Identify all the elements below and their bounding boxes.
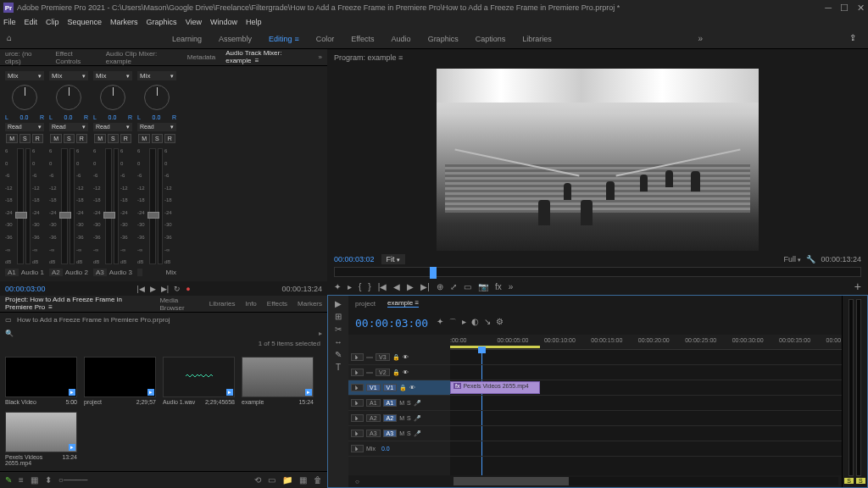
icon-view-icon[interactable]: ▦ [31,475,38,485]
full-dropdown[interactable]: Full ▾ [783,255,801,263]
s-button[interactable]: S [152,134,163,143]
automation-mode[interactable]: Read ▾ [93,123,132,131]
work-area-bar[interactable] [450,346,540,348]
track-header-a2[interactable]: ⏵ A2 A2 M S 🎤 [348,411,450,426]
pan-knob[interactable] [12,85,37,110]
r-button[interactable]: R [120,134,131,143]
timeline-ruler[interactable]: :00:0000:00:05:0000:00:10:0000:00:15:000… [450,335,842,350]
record-button[interactable]: ● [186,285,190,293]
program-btn-5[interactable]: ◀ [393,282,400,291]
tab-info[interactable]: Info [245,298,256,309]
find-icon[interactable]: ▦ [299,475,307,485]
menu-edit[interactable]: Edit [25,18,38,26]
tab-example-seq[interactable]: example ≡ [387,299,419,308]
home-icon[interactable]: ⌂ [7,33,19,45]
close-button[interactable]: ✕ [857,3,865,14]
project-item[interactable]: ▸Pexels Videos 2655.mp413:24 [5,412,77,466]
program-btn-13[interactable]: » [509,282,514,291]
track-lane-v1[interactable]: fxPexels Videos 2655.mp4 [450,380,842,396]
tl-icon-0[interactable]: ✦ [437,317,443,329]
track-header-v3[interactable]: ⏵ V3 🔒 👁 [348,350,450,365]
tab-audio-clip-mixer[interactable]: Audio Clip Mixer: example [106,48,177,67]
m-button[interactable]: M [50,134,62,143]
maximize-button[interactable]: ☐ [840,3,849,14]
pan-knob[interactable] [100,85,125,110]
tab-program[interactable]: Program: example ≡ [334,53,403,62]
loop-button[interactable]: ↻ [174,285,181,293]
goto-in-button[interactable]: |◀ [136,285,144,293]
tool-5[interactable]: T [336,363,341,372]
track-header-mix[interactable]: ⏵ Mix 0.0 [348,441,450,457]
workspace-graphics[interactable]: Graphics [428,35,459,43]
program-btn-2[interactable]: { [359,282,361,291]
fit-dropdown[interactable]: Fit ▾ [381,254,406,264]
clip[interactable]: fxPexels Videos 2655.mp4 [450,381,540,394]
m-button[interactable]: M [6,134,18,143]
filter-icon[interactable]: ▸ [319,330,322,337]
track-header-a3[interactable]: ⏵ A3 A3 M S 🎤 [348,426,450,441]
tool-1[interactable]: ⊞ [335,312,342,321]
track-lane-a2[interactable] [450,411,842,426]
project-item[interactable]: ▸example15:24 [242,357,314,405]
track-lane-mix[interactable] [450,441,842,457]
track-header-v1[interactable]: ⏵ V1 V1 🔒 👁 [348,380,450,396]
track-lane-a3[interactable] [450,426,842,441]
program-btn-10[interactable]: ▭ [464,282,471,291]
tl-icon-1[interactable]: ⌒ [448,317,457,329]
workspace-audio[interactable]: Audio [392,35,411,43]
program-btn-8[interactable]: ⊕ [437,282,443,291]
tab-effect-controls[interactable]: Effect Controls [55,48,95,67]
workspace-editing[interactable]: Editing ≡ [269,35,299,43]
pan-knob[interactable] [56,85,81,110]
tab-effects[interactable]: Effects [267,298,287,309]
play-button[interactable]: ▶ [150,285,156,293]
s-button[interactable]: S [19,134,31,143]
menu-graphics[interactable]: Graphics [147,18,177,26]
workspace-color[interactable]: Color [316,35,335,43]
workspace-effects[interactable]: Effects [351,35,374,43]
tab-media-browser[interactable]: Media Browser [159,295,198,313]
list-view-icon[interactable]: ≡ [19,475,24,485]
program-btn-11[interactable]: 📷 [478,282,488,291]
tool-0[interactable]: ▶ [335,299,342,308]
tl-icon-3[interactable]: ◐ [471,317,479,329]
timeline-zoom[interactable]: ○ [348,478,450,485]
tab-source[interactable]: urce: (no clips) [5,48,45,67]
s-button[interactable]: S [108,134,119,143]
menu-view[interactable]: View [186,18,202,26]
minimize-button[interactable]: ─ [825,3,832,14]
wrench-icon[interactable]: 🔧 [806,255,815,263]
tl-icon-5[interactable]: ⚙ [496,317,504,329]
tab-project-seq[interactable]: project [355,300,376,308]
r-button[interactable]: R [32,134,43,143]
solo-left[interactable]: S [844,478,854,484]
workspace-captions[interactable]: Captions [476,35,506,43]
m-button[interactable]: M [138,134,150,143]
menu-clip[interactable]: Clip [46,18,59,26]
workspace-learning[interactable]: Learning [172,35,202,43]
menu-file[interactable]: File [3,18,16,26]
m-button[interactable]: M [94,134,106,143]
track-header-a1[interactable]: ⏵ A1 A1 M S 🎤 [348,396,450,411]
timeline-tc[interactable]: 00:00:03:00 [355,317,428,330]
fader[interactable] [105,148,112,264]
pan-knob[interactable] [144,85,170,110]
track-header-v2[interactable]: ⏵ V2 🔒 👁 [348,365,450,380]
menu-help[interactable]: Help [246,18,262,26]
track-lane-v2[interactable] [450,365,842,380]
track-lane-a1[interactable] [450,396,842,411]
program-btn-6[interactable]: ▶ [407,282,414,291]
tab-metadata[interactable]: Metadata [187,52,215,63]
tab-audio-track-mixer[interactable]: Audio Track Mixer: example ≡ [225,47,308,67]
overflow-icon[interactable]: » [698,34,704,43]
freeform-icon[interactable]: ✎ [5,475,12,485]
timeline-scrollbar[interactable] [453,477,838,485]
fader[interactable] [149,148,156,264]
new-bin-icon[interactable]: ▭ [268,475,275,485]
trash-icon[interactable]: 🗑 [314,475,322,485]
goto-out-button[interactable]: ▶| [161,285,169,293]
program-btn-12[interactable]: fx [495,282,502,291]
menu-window[interactable]: Window [210,18,237,26]
automation-mode[interactable]: Read ▾ [49,123,88,131]
track-lane-v3[interactable] [450,350,842,365]
